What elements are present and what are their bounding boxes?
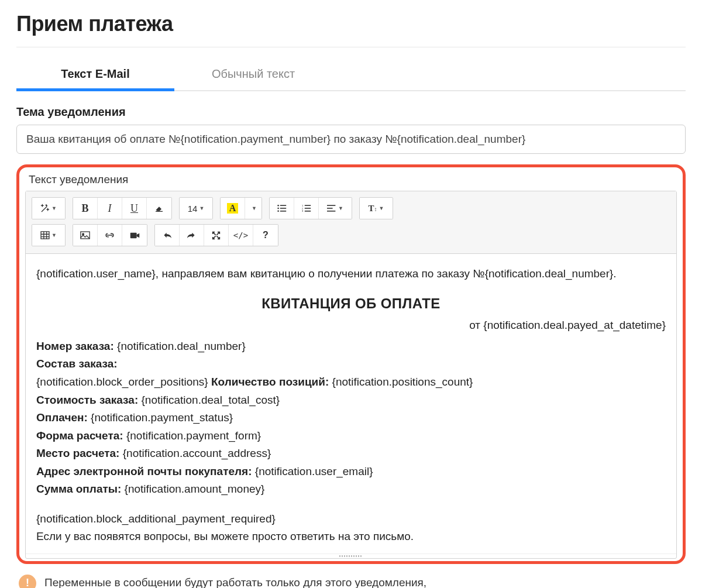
undo-icon: [162, 232, 172, 239]
value-order-positions: {notification.block_order_positions}: [36, 376, 208, 388]
bold-icon: B: [81, 202, 88, 215]
label-payment-form: Форма расчета:: [36, 429, 123, 442]
ordered-list-button[interactable]: 123: [294, 198, 319, 219]
svg-rect-13: [327, 205, 335, 206]
font-color-icon: A: [227, 203, 239, 214]
svg-rect-10: [304, 208, 310, 209]
video-icon: [130, 232, 140, 239]
tab-plain-text[interactable]: Обычный текст: [174, 58, 332, 90]
editor-content[interactable]: {notification.user_name}, направляем вам…: [26, 254, 676, 553]
svg-rect-15: [327, 211, 335, 212]
redo-icon: [187, 232, 197, 239]
value-paid: {notification.payment_status}: [91, 411, 233, 424]
receipt-date: от {notification.deal.payed_at_datetime}: [36, 317, 666, 333]
svg-rect-8: [304, 205, 310, 206]
font-color-dropdown[interactable]: ▼: [245, 198, 261, 219]
value-payment-amount: {notification.amount_money}: [125, 483, 265, 495]
label-payment-place: Место расчета:: [36, 447, 119, 459]
svg-rect-23: [130, 232, 136, 238]
label-order-number: Номер заказа:: [36, 340, 114, 352]
tab-email[interactable]: Текст E-Mail: [16, 58, 174, 90]
style-magic-button[interactable]: ▼: [32, 198, 65, 219]
value-payment-form: {notification.payment_form}: [126, 429, 261, 442]
svg-point-5: [277, 211, 279, 212]
code-icon: </>: [233, 231, 248, 240]
align-icon: [327, 204, 336, 212]
label-order-cost: Стоимость заказа:: [36, 394, 138, 406]
svg-text:3: 3: [302, 209, 304, 212]
insert-link-button[interactable]: [98, 225, 122, 246]
value-positions-count: {notification.positions_count}: [332, 376, 473, 388]
font-color-button[interactable]: A: [221, 198, 245, 219]
unordered-list-button[interactable]: [270, 198, 294, 219]
warning-icon: !: [19, 575, 36, 588]
rich-text-editor: ▼ B I U 14▼: [25, 191, 677, 559]
svg-rect-12: [304, 211, 310, 212]
svg-rect-14: [327, 208, 333, 209]
info-notice: ! Переменные в сообщении будут работать …: [16, 575, 686, 588]
numbered-list-icon: 123: [302, 204, 311, 212]
paragraph-align-button[interactable]: ▼: [319, 198, 352, 219]
svg-rect-4: [280, 208, 285, 209]
fullscreen-button[interactable]: [204, 225, 229, 246]
image-icon: [80, 231, 90, 239]
label-payment-amount: Сумма оплаты:: [36, 483, 121, 495]
redo-button[interactable]: [180, 225, 204, 246]
text-height-icon: T↕: [369, 204, 377, 214]
intro-line: {notification.user_name}, направляем вам…: [36, 266, 666, 282]
subject-input[interactable]: [16, 125, 686, 154]
table-icon: [40, 231, 50, 239]
fullscreen-icon: [212, 231, 221, 240]
receipt-title: КВИТАНЦИЯ ОБ ОПЛАТЕ: [36, 294, 666, 314]
svg-rect-0: [156, 211, 163, 212]
code-view-button[interactable]: </>: [229, 225, 253, 246]
erase-format-button[interactable]: [147, 198, 171, 219]
font-size-value: 14: [188, 204, 198, 214]
help-icon: ?: [263, 230, 269, 240]
font-size-button[interactable]: 14▼: [180, 198, 212, 219]
italic-button[interactable]: I: [98, 198, 122, 219]
bold-button[interactable]: B: [73, 198, 98, 219]
undo-button[interactable]: [155, 225, 180, 246]
value-order-number: {notification.deal_number}: [117, 340, 246, 352]
additional-payment-block: {notification.block_additional_payment_r…: [36, 511, 666, 527]
body-label: Текст уведомления: [29, 173, 677, 186]
editor-toolbar: ▼ B I U 14▼: [26, 191, 676, 254]
italic-icon: I: [108, 202, 112, 215]
page-title: Прием платежа: [16, 0, 686, 47]
link-icon: [105, 231, 115, 239]
text-height-button[interactable]: T↕▼: [360, 198, 393, 219]
svg-rect-16: [41, 232, 49, 239]
editor-highlight-frame: Текст уведомления ▼ B I U: [16, 164, 686, 564]
svg-rect-6: [280, 211, 285, 212]
value-payment-place: {notification.account_address}: [123, 447, 271, 459]
info-text: Переменные в сообщении будут работать то…: [44, 576, 426, 588]
insert-video-button[interactable]: [122, 225, 147, 246]
bullet-list-icon: [277, 204, 287, 212]
resize-handle[interactable]: [26, 553, 676, 558]
magic-wand-icon: [40, 204, 50, 213]
svg-point-1: [277, 205, 279, 207]
tabs: Текст E-Mail Обычный текст: [16, 58, 686, 91]
outro-line: Если у вас появятся вопросы, вы можете п…: [36, 528, 666, 545]
subject-label: Тема уведомления: [16, 105, 686, 119]
underline-icon: U: [130, 202, 138, 215]
help-button[interactable]: ?: [253, 225, 278, 246]
label-positions-count: Количество позиций:: [211, 376, 329, 388]
table-button[interactable]: ▼: [32, 225, 65, 246]
label-paid: Оплачен:: [36, 411, 88, 424]
value-order-cost: {notification.deal_total_cost}: [142, 394, 280, 406]
svg-rect-2: [280, 205, 285, 206]
eraser-icon: [154, 204, 164, 212]
label-buyer-email: Адрес электронной почты покупателя:: [36, 465, 252, 477]
underline-button[interactable]: U: [122, 198, 147, 219]
svg-point-3: [277, 208, 279, 209]
insert-image-button[interactable]: [73, 225, 98, 246]
value-buyer-email: {notification.user_email}: [255, 465, 373, 477]
label-order-content: Состав заказа:: [36, 357, 118, 370]
